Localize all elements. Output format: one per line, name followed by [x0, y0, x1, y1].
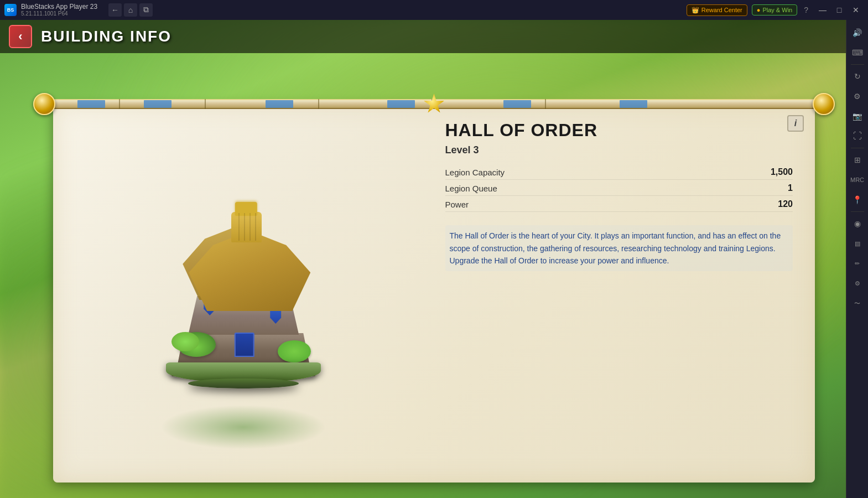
legion-capacity-label: Legion Capacity: [445, 168, 505, 177]
sidebar-edit-icon[interactable]: ✏: [848, 254, 867, 273]
building-model: [160, 194, 326, 393]
building-level: Level 3: [445, 144, 793, 156]
rod-segment-4: [387, 100, 415, 108]
window-controls: — □ ✕: [815, 2, 864, 18]
stat-row-legion-queue: Legion Queue 1: [445, 181, 793, 196]
legion-queue-label: Legion Queue: [445, 184, 497, 193]
sidebar-grid-icon[interactable]: ⊞: [848, 151, 867, 169]
right-sidebar: 🔊 ⌨ ↻ ⚙ 📷 ⛶ ⊞ MRC 📍 ◉ ▤ ✏ ⚙ 〜: [846, 20, 868, 498]
rod-knob-right: [813, 93, 835, 115]
reward-center-button[interactable]: 👑 Reward Center: [687, 4, 747, 16]
building-name: HALL OF ORDER: [445, 121, 793, 140]
app-icon: BS: [4, 4, 17, 16]
maximize-button[interactable]: □: [831, 2, 847, 18]
rod-segment-3: [266, 100, 293, 108]
nav-tab-button[interactable]: ⧉: [139, 3, 153, 17]
stat-row-legion-capacity: Legion Capacity 1,500: [445, 165, 793, 180]
sidebar-keyboard-icon[interactable]: ⌨: [848, 43, 867, 62]
page-title: BUILDING INFO: [41, 28, 171, 45]
coin-icon: ●: [757, 7, 761, 13]
minimize-button[interactable]: —: [815, 2, 830, 18]
play-win-button[interactable]: ● Play & Win: [752, 4, 797, 15]
rod-segment-1: [77, 100, 105, 108]
sidebar-divider-3: [851, 211, 864, 212]
title-bar-left: BS BlueStacks App Player 23 5.21.111.100…: [0, 3, 153, 17]
sidebar-screen-icon[interactable]: ⛶: [848, 127, 867, 146]
building-image-side: [53, 104, 434, 483]
stats-container: Legion Capacity 1,500 Legion Queue 1 Pow…: [445, 165, 793, 212]
scroll-container: i HALL OF ORDER Level 3 Legion Capacity …: [33, 64, 835, 487]
crown-icon: 👑: [692, 7, 699, 14]
sidebar-rotate-icon[interactable]: ↻: [848, 67, 867, 86]
power-label: Power: [445, 200, 469, 209]
parchment: i HALL OF ORDER Level 3 Legion Capacity …: [53, 104, 815, 483]
sidebar-layers-icon[interactable]: ▤: [848, 234, 867, 253]
rod-segment-2: [144, 100, 171, 108]
island-underside: [188, 378, 299, 388]
back-arrow-icon: ‹: [18, 29, 22, 44]
sidebar-eco-icon[interactable]: ◉: [848, 214, 867, 233]
sidebar-volume-icon[interactable]: 🔊: [848, 23, 867, 42]
rod-tick-1: [119, 99, 120, 109]
legion-queue-value: 1: [788, 183, 793, 193]
rod-star-container: [422, 92, 446, 116]
rod-knob-left: [33, 93, 55, 115]
rod-segment-6: [620, 100, 647, 108]
help-icon[interactable]: ?: [802, 6, 810, 14]
title-bar-nav: ← ⌂ ⧉: [108, 3, 153, 17]
sidebar-camera-icon[interactable]: 📷: [848, 107, 867, 126]
rod-tick-2: [205, 99, 206, 109]
app-version: 5.21.111.1001 P64: [21, 11, 97, 17]
sidebar-divider-1: [851, 64, 864, 65]
sidebar-config-icon[interactable]: ⚙: [848, 274, 867, 293]
rod-tick-5: [545, 99, 546, 109]
app-name: BlueStacks App Player 23: [21, 3, 97, 11]
stat-row-power: Power 120: [445, 197, 793, 212]
header-bar: ‹ BUILDING INFO: [0, 20, 846, 53]
nav-back-button[interactable]: ←: [108, 3, 122, 17]
back-button[interactable]: ‹: [9, 25, 32, 48]
power-value: 120: [778, 199, 793, 209]
sidebar-location-icon[interactable]: 📍: [848, 190, 867, 209]
sidebar-divider-2: [851, 148, 864, 148]
title-bar-right: 👑 Reward Center ● Play & Win ? — □ ✕: [687, 2, 868, 18]
rod-segment-5: [503, 100, 531, 108]
foliage-left2: [171, 332, 199, 351]
sidebar-shake-icon[interactable]: 〜: [848, 294, 867, 313]
building-description: The Hall of Order is the heart of your C…: [445, 225, 793, 271]
info-side: i HALL OF ORDER Level 3 Legion Capacity …: [434, 104, 815, 483]
building-door: [235, 333, 254, 357]
foliage-right: [278, 340, 311, 362]
scroll-rod: [33, 92, 835, 116]
close-button[interactable]: ✕: [848, 2, 864, 18]
info-button[interactable]: i: [787, 115, 804, 132]
game-area: ‹ BUILDING INFO: [0, 20, 846, 498]
rod-tick-3: [318, 99, 319, 109]
building-ground-glow: [160, 405, 326, 449]
rod-star-icon: [424, 94, 445, 115]
sidebar-macro-icon[interactable]: MRC: [848, 170, 867, 189]
legion-capacity-value: 1,500: [771, 167, 793, 177]
nav-home-button[interactable]: ⌂: [124, 3, 137, 17]
straw-lines: [233, 213, 261, 241]
sidebar-settings-icon[interactable]: ⚙: [848, 87, 867, 106]
title-bar: BS BlueStacks App Player 23 5.21.111.100…: [0, 0, 868, 20]
